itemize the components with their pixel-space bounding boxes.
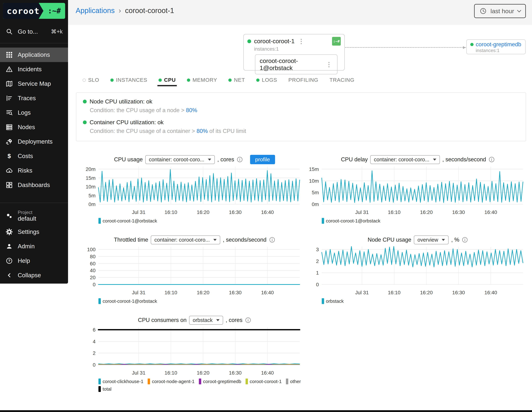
sidebar-item-costs[interactable]: $Costs <box>0 149 68 163</box>
project-selector-text: Projectdefault <box>18 210 36 222</box>
tab-logs[interactable]: LOGS <box>256 77 277 88</box>
admin-icon <box>5 243 13 250</box>
sidebar-item-service-map[interactable]: Service Map <box>0 76 68 91</box>
chart-title-text: Node CPU usage <box>368 237 411 243</box>
coroot-logo[interactable]: coroot :~# <box>3 3 65 19</box>
sidebar-item-label: Logs <box>18 109 31 116</box>
sidebar-item-settings[interactable]: Settings <box>0 225 68 239</box>
sidebar-item-incidents[interactable]: Incidents <box>0 62 68 76</box>
check-threshold[interactable]: 80% <box>197 128 208 134</box>
top-bar: Applications › coroot-coroot-1 last hour <box>68 0 532 25</box>
chart-title-text: CPU usage <box>114 156 143 163</box>
chart-selector-value: orbstack <box>193 317 213 323</box>
tab-label: TRACING <box>330 77 354 83</box>
svg-text:4: 4 <box>93 339 95 344</box>
sidebar-item-logs[interactable]: Logs <box>0 105 68 120</box>
app-instances-label: instances:1 <box>254 46 341 52</box>
svg-text:16:40: 16:40 <box>261 209 274 215</box>
kebab-menu-icon[interactable]: ⋮ <box>297 38 305 44</box>
tab-cpu[interactable]: CPU <box>159 77 176 88</box>
chart-title-text: Throttled time <box>114 237 148 243</box>
chart-plot-area: 0123Jul 3116:1016:2016:3016:40 <box>310 246 525 297</box>
svg-text:16:10: 16:10 <box>164 370 177 376</box>
legend-item-coroot-coroot-1[interactable]: coroot-coroot-1 <box>246 379 282 384</box>
legend-item-coroot-coroot-1-orbstack[interactable]: coroot-coroot-1@orbstack <box>98 298 157 304</box>
chart-plot-area: 0m5m10m15m20mJul 3116:1016:2016:3016:40 <box>87 166 302 217</box>
sidebar-item-default[interactable]: Projectdefault <box>0 207 68 225</box>
info-icon[interactable] <box>489 156 495 163</box>
chart-plot-area: 0246Jul 3116:1016:2016:3016:40 <box>87 327 302 377</box>
chart-selector-dropdown[interactable]: container: coroot-coro... <box>370 155 440 164</box>
legend-item-orbstack[interactable]: orbstack <box>322 298 344 304</box>
tab-instances[interactable]: INSTANCES <box>110 77 147 88</box>
sidebar-item-label: Deployments <box>18 138 53 145</box>
legend-item-coroot-greptimedb[interactable]: coroot-greptimedb <box>199 379 241 384</box>
legend-item-other[interactable]: other <box>286 379 301 384</box>
tab-tracing[interactable]: TRACING <box>330 77 354 88</box>
tab-net[interactable]: NET <box>228 77 245 88</box>
goto-search[interactable]: Go to... ⌘+k <box>0 24 68 39</box>
sidebar-item-admin[interactable]: Admin <box>0 239 68 253</box>
sidebar-item-risks[interactable]: Risks <box>0 163 68 178</box>
chart-cpu-usage: CPU usagecontainer: coroot-coro..., core… <box>87 153 302 224</box>
tab-profiling[interactable]: PROFILING <box>288 77 318 88</box>
svg-text:0m: 0m <box>88 201 95 207</box>
logo-prompt: :~# <box>43 3 65 19</box>
svg-text:16:30: 16:30 <box>229 370 242 376</box>
check-condition: Condition: the CPU usage of a container … <box>90 128 519 134</box>
chart-title-text: CPU delay <box>341 156 368 163</box>
chart-selector-dropdown[interactable]: container: coroot-coro... <box>145 155 215 164</box>
check-threshold[interactable]: 80% <box>186 107 197 113</box>
info-icon[interactable] <box>237 156 243 163</box>
sidebar-item-deployments[interactable]: Deployments <box>0 134 68 149</box>
chart-unit-suffix: , cores <box>226 317 242 323</box>
legend-item-coroot-clickhouse-1[interactable]: coroot-clickhouse-1 <box>98 379 143 384</box>
caret-down-icon <box>433 159 436 161</box>
sidebar-item-traces[interactable]: Traces <box>0 91 68 105</box>
instance-box[interactable]: coroot-coroot-1@orbstack ⋮ <box>255 55 337 74</box>
kebab-menu-icon[interactable]: ⋮ <box>325 61 333 67</box>
sidebar-item-dashboards[interactable]: Dashboards <box>0 178 68 192</box>
sidebar-item-help[interactable]: ?Help <box>0 253 68 268</box>
svg-text:Jul 31: Jul 31 <box>132 209 145 215</box>
legend-item-total[interactable]: total <box>98 386 112 392</box>
legend-item-coroot-coroot-1-orbstack[interactable]: coroot-coroot-1@orbstack <box>98 218 157 224</box>
chart-unit-suffix: , cores <box>217 156 234 163</box>
sidebar-item-label: Admin <box>18 243 35 250</box>
legend-item-coroot-node-agent-1[interactable]: coroot-node-agent-1 <box>148 379 195 384</box>
svg-text:10m: 10m <box>86 184 95 189</box>
project-icon <box>5 212 13 220</box>
svg-text:16:40: 16:40 <box>261 370 274 376</box>
goto-shortcut: ⌘+k <box>51 28 63 35</box>
upstream-app-link[interactable]: coroot-greptimedb <box>476 41 521 48</box>
nodes-icon <box>5 123 13 131</box>
chart-legend: coroot-clickhouse-1coroot-node-agent-1co… <box>98 379 302 392</box>
chart-canvas: 0246Jul 3116:1016:2016:3016:40 <box>87 327 302 377</box>
time-range-picker[interactable]: last hour <box>474 4 526 18</box>
info-icon[interactable] <box>269 237 275 243</box>
chart-selector-dropdown[interactable]: orbstack <box>189 316 223 325</box>
info-icon[interactable] <box>462 237 468 243</box>
chart-legend: coroot-coroot-1@orbstack <box>98 218 302 224</box>
svg-text:2: 2 <box>93 350 95 356</box>
settings-icon <box>5 228 13 236</box>
legend-label: coroot-coroot-1@orbstack <box>103 218 157 224</box>
sidebar-item-applications[interactable]: Applications <box>0 47 68 62</box>
profile-button[interactable]: profile <box>250 155 275 164</box>
chart-selector-dropdown[interactable]: overview <box>414 235 449 244</box>
deployments-icon <box>5 138 13 145</box>
legend-item-coroot-coroot-1-orbstack[interactable]: coroot-coroot-1@orbstack <box>322 218 380 224</box>
caret-down-icon <box>216 319 219 321</box>
legend-swatch <box>98 298 101 304</box>
tab-memory[interactable]: MEMORY <box>187 77 217 88</box>
sidebar-item-collapse[interactable]: Collapse <box>0 268 68 282</box>
tab-slo[interactable]: SLO <box>83 77 99 88</box>
caret-down-icon <box>442 239 445 241</box>
chart-unit-suffix: , % <box>451 237 459 243</box>
chart-selector-dropdown[interactable]: container: coroot-coro... <box>151 235 220 244</box>
service-map-icon <box>5 80 13 87</box>
sidebar-item-nodes[interactable]: Nodes <box>0 120 68 134</box>
breadcrumb-applications-link[interactable]: Applications <box>76 7 115 15</box>
svg-text:16:20: 16:20 <box>197 209 209 215</box>
info-icon[interactable] <box>245 317 251 323</box>
